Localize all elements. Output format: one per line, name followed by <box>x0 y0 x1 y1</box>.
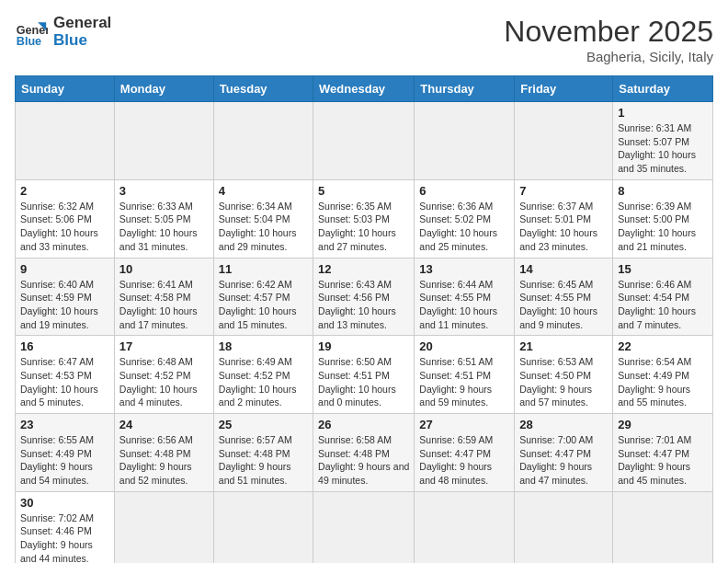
calendar-table: SundayMondayTuesdayWednesdayThursdayFrid… <box>15 75 713 563</box>
weekday-header-row: SundayMondayTuesdayWednesdayThursdayFrid… <box>16 76 713 102</box>
day-number: 9 <box>20 262 109 276</box>
day-number: 2 <box>20 184 109 198</box>
calendar-cell: 29Sunrise: 7:01 AM Sunset: 4:47 PM Dayli… <box>613 414 713 492</box>
calendar-cell: 8Sunrise: 6:39 AM Sunset: 5:00 PM Daylig… <box>613 179 713 258</box>
day-number: 25 <box>219 418 308 431</box>
calendar-cell: 5Sunrise: 6:35 AM Sunset: 5:03 PM Daylig… <box>313 179 415 258</box>
calendar-cell <box>515 102 613 180</box>
calendar-cell <box>415 491 515 563</box>
day-number: 24 <box>119 418 209 431</box>
calendar-cell <box>613 491 713 563</box>
day-number: 3 <box>119 184 209 198</box>
calendar-cell <box>16 102 115 180</box>
logo-blue-text: Blue <box>53 32 111 50</box>
day-sun-info: Sunrise: 6:41 AM Sunset: 4:58 PM Dayligh… <box>119 278 209 332</box>
day-sun-info: Sunrise: 6:43 AM Sunset: 4:56 PM Dayligh… <box>318 278 409 332</box>
calendar-cell: 25Sunrise: 6:57 AM Sunset: 4:48 PM Dayli… <box>213 414 313 492</box>
calendar-cell: 12Sunrise: 6:43 AM Sunset: 4:56 PM Dayli… <box>313 258 415 336</box>
location-text: Bagheria, Sicily, Italy <box>504 49 713 64</box>
calendar-week-row: 2Sunrise: 6:32 AM Sunset: 5:06 PM Daylig… <box>16 179 713 258</box>
day-sun-info: Sunrise: 6:34 AM Sunset: 5:04 PM Dayligh… <box>219 200 308 254</box>
calendar-cell: 6Sunrise: 6:36 AM Sunset: 5:02 PM Daylig… <box>415 179 515 258</box>
day-number: 15 <box>618 262 708 276</box>
day-sun-info: Sunrise: 6:54 AM Sunset: 4:49 PM Dayligh… <box>618 355 708 409</box>
day-number: 16 <box>20 339 109 353</box>
weekday-header-wednesday: Wednesday <box>313 76 415 102</box>
day-number: 29 <box>618 418 708 431</box>
calendar-cell: 23Sunrise: 6:55 AM Sunset: 4:49 PM Dayli… <box>16 414 115 492</box>
calendar-cell: 26Sunrise: 6:58 AM Sunset: 4:48 PM Dayli… <box>313 414 415 492</box>
logo-icon: General Blue <box>15 16 48 49</box>
day-number: 5 <box>318 184 409 198</box>
calendar-cell: 16Sunrise: 6:47 AM Sunset: 4:53 PM Dayli… <box>16 336 115 414</box>
day-sun-info: Sunrise: 6:37 AM Sunset: 5:01 PM Dayligh… <box>519 200 608 254</box>
calendar-cell <box>213 491 313 563</box>
day-number: 20 <box>419 339 509 353</box>
calendar-cell: 4Sunrise: 6:34 AM Sunset: 5:04 PM Daylig… <box>213 179 313 258</box>
page-header: General Blue General Blue November 2025 … <box>15 15 713 64</box>
day-number: 1 <box>618 106 708 120</box>
calendar-cell: 27Sunrise: 6:59 AM Sunset: 4:47 PM Dayli… <box>415 414 515 492</box>
day-number: 30 <box>20 496 109 510</box>
day-number: 17 <box>119 339 209 353</box>
title-block: November 2025 Bagheria, Sicily, Italy <box>504 15 713 64</box>
day-sun-info: Sunrise: 6:53 AM Sunset: 4:50 PM Dayligh… <box>519 355 608 409</box>
weekday-header-saturday: Saturday <box>613 76 713 102</box>
day-sun-info: Sunrise: 6:40 AM Sunset: 4:59 PM Dayligh… <box>20 278 109 332</box>
day-sun-info: Sunrise: 6:58 AM Sunset: 4:48 PM Dayligh… <box>318 433 409 488</box>
calendar-cell: 19Sunrise: 6:50 AM Sunset: 4:51 PM Dayli… <box>313 336 415 414</box>
calendar-cell: 20Sunrise: 6:51 AM Sunset: 4:51 PM Dayli… <box>415 336 515 414</box>
calendar-cell: 22Sunrise: 6:54 AM Sunset: 4:49 PM Dayli… <box>613 336 713 414</box>
calendar-cell <box>114 491 213 563</box>
day-sun-info: Sunrise: 7:02 AM Sunset: 4:46 PM Dayligh… <box>20 511 109 563</box>
day-number: 19 <box>318 339 409 353</box>
day-number: 14 <box>519 262 608 276</box>
day-number: 11 <box>219 262 308 276</box>
calendar-cell: 18Sunrise: 6:49 AM Sunset: 4:52 PM Dayli… <box>213 336 313 414</box>
month-title: November 2025 <box>504 15 713 49</box>
calendar-cell: 13Sunrise: 6:44 AM Sunset: 4:55 PM Dayli… <box>415 258 515 336</box>
weekday-header-sunday: Sunday <box>16 76 115 102</box>
day-sun-info: Sunrise: 6:31 AM Sunset: 5:07 PM Dayligh… <box>618 121 708 176</box>
day-number: 4 <box>219 184 308 198</box>
calendar-cell <box>114 102 213 180</box>
calendar-week-row: 9Sunrise: 6:40 AM Sunset: 4:59 PM Daylig… <box>16 258 713 336</box>
calendar-cell <box>415 102 515 180</box>
day-number: 10 <box>119 262 209 276</box>
day-sun-info: Sunrise: 6:56 AM Sunset: 4:48 PM Dayligh… <box>119 433 209 488</box>
calendar-week-row: 30Sunrise: 7:02 AM Sunset: 4:46 PM Dayli… <box>16 491 713 563</box>
day-number: 18 <box>219 339 308 353</box>
day-number: 27 <box>419 418 509 431</box>
calendar-cell: 14Sunrise: 6:45 AM Sunset: 4:55 PM Dayli… <box>515 258 613 336</box>
calendar-week-row: 16Sunrise: 6:47 AM Sunset: 4:53 PM Dayli… <box>16 336 713 414</box>
day-sun-info: Sunrise: 6:35 AM Sunset: 5:03 PM Dayligh… <box>318 200 409 254</box>
day-sun-info: Sunrise: 6:46 AM Sunset: 4:54 PM Dayligh… <box>618 278 708 332</box>
calendar-cell: 2Sunrise: 6:32 AM Sunset: 5:06 PM Daylig… <box>16 179 115 258</box>
weekday-header-friday: Friday <box>515 76 613 102</box>
day-sun-info: Sunrise: 6:57 AM Sunset: 4:48 PM Dayligh… <box>219 433 308 488</box>
day-sun-info: Sunrise: 6:44 AM Sunset: 4:55 PM Dayligh… <box>419 278 509 332</box>
day-sun-info: Sunrise: 6:39 AM Sunset: 5:00 PM Dayligh… <box>618 200 708 254</box>
weekday-header-monday: Monday <box>114 76 213 102</box>
day-number: 8 <box>618 184 708 198</box>
day-sun-info: Sunrise: 6:42 AM Sunset: 4:57 PM Dayligh… <box>219 278 308 332</box>
calendar-cell: 3Sunrise: 6:33 AM Sunset: 5:05 PM Daylig… <box>114 179 213 258</box>
calendar-cell: 1Sunrise: 6:31 AM Sunset: 5:07 PM Daylig… <box>613 102 713 180</box>
calendar-cell <box>515 491 613 563</box>
calendar-cell: 10Sunrise: 6:41 AM Sunset: 4:58 PM Dayli… <box>114 258 213 336</box>
calendar-cell <box>313 491 415 563</box>
day-sun-info: Sunrise: 6:59 AM Sunset: 4:47 PM Dayligh… <box>419 433 509 488</box>
calendar-cell: 28Sunrise: 7:00 AM Sunset: 4:47 PM Dayli… <box>515 414 613 492</box>
logo-general-text: General <box>53 15 111 32</box>
day-sun-info: Sunrise: 6:48 AM Sunset: 4:52 PM Dayligh… <box>119 355 209 409</box>
calendar-week-row: 23Sunrise: 6:55 AM Sunset: 4:49 PM Dayli… <box>16 414 713 492</box>
day-number: 22 <box>618 339 708 353</box>
day-sun-info: Sunrise: 6:45 AM Sunset: 4:55 PM Dayligh… <box>519 278 608 332</box>
calendar-cell: 17Sunrise: 6:48 AM Sunset: 4:52 PM Dayli… <box>114 336 213 414</box>
calendar-cell: 9Sunrise: 6:40 AM Sunset: 4:59 PM Daylig… <box>16 258 115 336</box>
weekday-header-thursday: Thursday <box>415 76 515 102</box>
day-sun-info: Sunrise: 6:51 AM Sunset: 4:51 PM Dayligh… <box>419 355 509 409</box>
calendar-cell: 7Sunrise: 6:37 AM Sunset: 5:01 PM Daylig… <box>515 179 613 258</box>
day-number: 7 <box>519 184 608 198</box>
day-sun-info: Sunrise: 6:36 AM Sunset: 5:02 PM Dayligh… <box>419 200 509 254</box>
